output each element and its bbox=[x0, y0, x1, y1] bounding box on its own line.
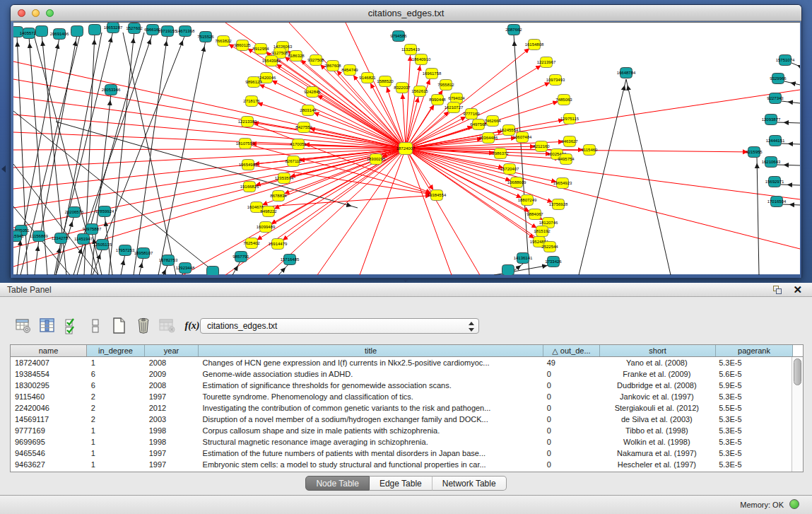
graph-node[interactable]: 9777169 bbox=[463, 109, 480, 119]
citation-graph[interactable]: 1405572420691406106532871527602696616010… bbox=[13, 23, 800, 275]
graph-node[interactable]: 17016504 bbox=[767, 197, 787, 207]
memory-ok-indicator[interactable] bbox=[789, 499, 799, 509]
graph-edge[interactable] bbox=[360, 148, 406, 275]
graph-edge[interactable] bbox=[233, 260, 241, 275]
graph-node[interactable]: 19384554 bbox=[428, 190, 447, 201]
selection-mode-icon[interactable] bbox=[61, 315, 82, 337]
tab-network-table[interactable]: Network Table bbox=[433, 476, 507, 491]
graph-node[interactable]: 8678834 bbox=[270, 191, 287, 201]
graph-node[interactable]: 20364486 bbox=[479, 133, 498, 144]
graph-node[interactable]: 12213383 bbox=[238, 117, 257, 127]
table-row[interactable]: 1938455462009Genome-wide association stu… bbox=[11, 368, 792, 380]
graph-edge[interactable] bbox=[406, 90, 800, 148]
graph-node[interactable]: 8186328 bbox=[288, 51, 305, 62]
graph-node[interactable]: 11156869 bbox=[30, 231, 48, 242]
graph-edge[interactable] bbox=[777, 165, 800, 165]
graph-edge[interactable] bbox=[308, 110, 406, 148]
graph-edge[interactable] bbox=[121, 254, 125, 275]
close-panel-icon[interactable]: ✕ bbox=[793, 284, 802, 296]
graph-edge[interactable] bbox=[782, 101, 800, 103]
delete-table-icon[interactable] bbox=[157, 315, 178, 337]
graph-node[interactable]: 16648784 bbox=[617, 68, 636, 78]
graph-node[interactable]: 10653287 bbox=[104, 23, 123, 33]
graph-node[interactable]: 14671368 bbox=[176, 26, 195, 37]
column-header-pagerank[interactable]: pagerank bbox=[716, 345, 793, 356]
graph-edge[interactable] bbox=[249, 148, 406, 187]
graph-edge[interactable] bbox=[782, 144, 800, 144]
graph-node[interactable]: 1562615 bbox=[411, 86, 428, 97]
graph-node[interactable]: 9495754 bbox=[558, 154, 575, 165]
graph-node[interactable]: 10607484 bbox=[513, 132, 532, 143]
graph-node[interactable]: 7485063 bbox=[555, 95, 572, 105]
graph-node[interactable]: 15692971 bbox=[765, 177, 784, 187]
graph-edge[interactable] bbox=[514, 35, 529, 275]
table-row[interactable]: 969969511998Structural magnetic resonanc… bbox=[11, 436, 792, 448]
graph-node[interactable]: 1588520 bbox=[377, 76, 394, 87]
graph-node[interactable]: 18107553 bbox=[236, 139, 255, 149]
graph-edge[interactable] bbox=[13, 115, 406, 148]
graph-node[interactable]: 9463627 bbox=[561, 136, 578, 147]
graph-node[interactable]: 12923448 bbox=[176, 263, 195, 274]
graph-edge[interactable] bbox=[56, 216, 74, 275]
graph-edge[interactable] bbox=[104, 35, 185, 242]
graph-node[interactable]: 8427552 bbox=[295, 122, 312, 133]
graph-edge[interactable] bbox=[783, 204, 800, 205]
graph-edge[interactable] bbox=[784, 81, 800, 85]
new-column-icon[interactable] bbox=[109, 315, 130, 337]
tab-node-table[interactable]: Node Table bbox=[305, 476, 370, 491]
graph-node[interactable]: 4170051 bbox=[290, 139, 307, 150]
network-canvas[interactable]: 1405572420691406106532871527602696616010… bbox=[13, 22, 800, 274]
table-row[interactable]: 1456911722003Disruption of a novel membe… bbox=[11, 414, 792, 425]
graph-node[interactable]: 16210643 bbox=[762, 157, 781, 168]
graph-edge[interactable] bbox=[109, 32, 134, 275]
graph-edge[interactable] bbox=[777, 122, 800, 123]
graph-node[interactable]: 12975115 bbox=[560, 114, 579, 124]
graph-edge[interactable] bbox=[35, 240, 39, 275]
column-visibility-icon[interactable] bbox=[37, 315, 58, 337]
graph-node[interactable]: 9115460 bbox=[582, 145, 599, 156]
graph-edge[interactable] bbox=[757, 157, 759, 275]
graph-node[interactable]: 11325419 bbox=[401, 45, 420, 55]
column-header-short[interactable]: short bbox=[600, 345, 716, 356]
node-attribute-table[interactable]: namein_degreeyeartitle△ out_de...shortpa… bbox=[10, 344, 804, 472]
row-height-icon[interactable] bbox=[85, 315, 106, 337]
graph-node[interactable]: 19654985 bbox=[239, 160, 258, 170]
graph-node[interactable] bbox=[502, 265, 514, 276]
graph-node[interactable]: 18640910 bbox=[412, 54, 431, 65]
table-row[interactable]: 1830029562008Estimation of significance … bbox=[11, 380, 792, 391]
table-row[interactable]: 2242004622012Investigating the contribut… bbox=[11, 402, 792, 414]
graph-node[interactable]: 9857791 bbox=[233, 252, 249, 262]
graph-node[interactable]: 9498222 bbox=[260, 206, 277, 217]
graph-node[interactable]: 15716485 bbox=[281, 255, 300, 265]
graph-node[interactable]: 8912954 bbox=[252, 44, 269, 54]
graph-node[interactable]: 12342757 bbox=[52, 233, 71, 244]
graph-edge[interactable] bbox=[271, 61, 406, 148]
graph-node[interactable]: 17957253 bbox=[116, 245, 135, 256]
graph-edge[interactable] bbox=[626, 79, 671, 275]
column-header-name[interactable]: name bbox=[11, 345, 87, 356]
graph-node[interactable]: 2867608 bbox=[324, 61, 341, 71]
graph-edge[interactable] bbox=[406, 148, 452, 275]
table-row[interactable]: 946554611997Estimation of the future num… bbox=[11, 448, 792, 459]
column-header-title[interactable]: title bbox=[199, 345, 543, 356]
graph-node[interactable]: 2522544 bbox=[541, 242, 558, 252]
graph-node[interactable]: 8454749 bbox=[341, 65, 358, 76]
graph-node[interactable]: 9227343 bbox=[767, 93, 784, 104]
window-titlebar[interactable]: citations_edges.txt bbox=[11, 5, 801, 21]
graph-node[interactable]: 18807249 bbox=[518, 195, 537, 206]
tab-edge-table[interactable]: Edge Table bbox=[370, 476, 433, 491]
graph-node[interactable] bbox=[71, 26, 83, 37]
graph-node[interactable] bbox=[207, 267, 219, 276]
graph-node[interactable]: 12093877 bbox=[762, 115, 781, 125]
table-row[interactable]: 946362711997Embryonic stem cells: a mode… bbox=[11, 459, 792, 470]
column-header-out_degree[interactable]: △ out_de... bbox=[543, 345, 600, 356]
graph-edge[interactable] bbox=[134, 35, 167, 275]
graph-node[interactable]: 10719155 bbox=[158, 26, 177, 37]
graph-node[interactable]: 16782753 bbox=[159, 255, 178, 266]
graph-node[interactable]: 90975887 bbox=[83, 224, 102, 235]
graph-node[interactable]: 9329966 bbox=[770, 74, 787, 84]
graph-node[interactable]: 20691406 bbox=[50, 29, 69, 40]
graph-node[interactable]: 2087662 bbox=[505, 25, 522, 35]
graph-node[interactable]: 1527602 bbox=[126, 23, 143, 34]
graph-node[interactable] bbox=[36, 26, 48, 37]
